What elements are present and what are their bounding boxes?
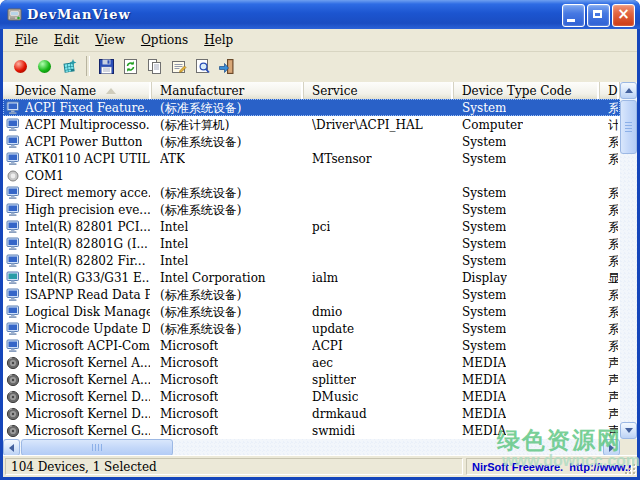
menu-help[interactable]: Help [196, 31, 241, 49]
cell: Intel(R) 82801G (I... [3, 235, 152, 252]
cell: System [454, 133, 600, 150]
menu-edit[interactable]: Edit [46, 31, 87, 49]
cell-text: Microsoft Kernel A... [25, 356, 150, 370]
cell-text: System [462, 203, 506, 217]
column-header-d[interactable]: D [600, 82, 620, 99]
cell-text: drmkaud [312, 407, 367, 421]
arrow-left-icon [9, 444, 14, 452]
table-row[interactable]: Microsoft Kernel D...MicrosoftDMusicMEDI… [3, 388, 620, 405]
cell-text: Microsoft [160, 356, 218, 370]
scroll-right-button[interactable] [603, 439, 620, 456]
title-bar[interactable]: DevManView × [0, 0, 640, 29]
column-header-service[interactable]: Service [304, 82, 454, 99]
table-row[interactable]: Direct memory acce...(标准系统设备)System系 [3, 184, 620, 201]
menu-file[interactable]: File [7, 31, 46, 49]
scroll-up-button[interactable] [620, 82, 637, 99]
cell: 声 [600, 422, 620, 439]
cell-text: Microsoft [160, 407, 218, 421]
menu-view[interactable]: View [87, 31, 133, 49]
table-row[interactable]: ACPI Fixed Feature...(标准系统设备)System系 [3, 99, 620, 116]
column-header-device-name[interactable]: Device Name [3, 82, 152, 99]
find-button[interactable] [191, 55, 214, 78]
disable-device-button[interactable] [9, 55, 32, 78]
table-row[interactable]: ATK0110 ACPI UTILITYATKMTsensorSystem系 [3, 150, 620, 167]
scroll-down-button[interactable] [620, 422, 637, 439]
save-button[interactable] [95, 55, 118, 78]
scrollbar-corner [620, 439, 637, 456]
cell-text: Intel [160, 237, 188, 251]
window-title: DevManView [27, 7, 131, 22]
column-header-device-type-code[interactable]: Device Type Code [454, 82, 600, 99]
cell: ATK0110 ACPI UTILITY [3, 150, 152, 167]
enable-device-button[interactable] [33, 55, 56, 78]
table-row[interactable]: Microsoft Kernel A...MicrosoftsplitterME… [3, 371, 620, 388]
cell-text: Microsoft [160, 424, 218, 438]
cell-text: 系 [608, 151, 618, 168]
column-header-manufacturer[interactable]: Manufacturer [152, 82, 304, 99]
close-button[interactable]: × [612, 4, 635, 27]
cell-text: Intel Corporation [160, 271, 266, 285]
computer-icon [6, 237, 21, 251]
cell-text: ACPI Fixed Feature... [25, 101, 150, 115]
cell-text: ialm [312, 271, 338, 285]
cell-text: System [462, 152, 506, 166]
minimize-button[interactable] [562, 4, 585, 27]
horizontal-scrollbar[interactable] [3, 439, 620, 456]
cell-text: (标准系统设备) [160, 321, 241, 338]
cell-text: System [462, 254, 506, 268]
cell [304, 133, 454, 150]
cell-text: System [462, 305, 506, 319]
table-row[interactable]: Intel(R) G33/G31 E...Intel Corporationia… [3, 269, 620, 286]
table-row[interactable]: Microcode Update D...(标准系统设备)updateSyste… [3, 320, 620, 337]
cell: 系 [600, 184, 620, 201]
table-row[interactable]: Microsoft Kernel A...MicrosoftaecMEDIA声 [3, 354, 620, 371]
table-row[interactable]: Logical Disk Manager(标准系统设备)dmioSystem系 [3, 303, 620, 320]
scroll-left-button[interactable] [3, 439, 20, 456]
table-row[interactable]: ISAPNP Read Data Port(标准系统设备)System系 [3, 286, 620, 303]
table-row[interactable]: ACPI Power Button(标准系统设备)System系 [3, 133, 620, 150]
cell-text: System [462, 322, 506, 336]
cell-text: 系 [608, 219, 618, 236]
status-nirsoft-link[interactable]: NirSoft Freeware. http://www.nirsoft.net [466, 458, 632, 475]
column-header-label: Device Type Code [462, 84, 572, 98]
cell: System [454, 150, 600, 167]
exit-door-icon [218, 58, 235, 75]
cell: ialm [304, 269, 454, 286]
table-row[interactable]: Intel(R) 82801 PCI...IntelpciSystem系 [3, 218, 620, 235]
resize-grip[interactable] [623, 462, 636, 475]
table-row[interactable]: Microsoft ACPI-Com...MicrosoftACPISystem… [3, 337, 620, 354]
table-row[interactable]: ACPI Multiprocesso...(标准计算机)\Driver\ACPI… [3, 116, 620, 133]
exit-button[interactable] [215, 55, 238, 78]
cell: ISAPNP Read Data Port [3, 286, 152, 303]
table-row[interactable]: Intel(R) 82802 Fir...IntelSystem系 [3, 252, 620, 269]
vertical-scrollbar[interactable] [620, 82, 637, 439]
cell-text: DMusic [312, 390, 358, 404]
toolbar [3, 52, 637, 80]
computer-icon [6, 254, 21, 268]
table-row[interactable]: High precision eve...(标准系统设备)System系 [3, 201, 620, 218]
table-row[interactable]: Intel(R) 82801G (I...IntelSystem系 [3, 235, 620, 252]
cell-text: swmidi [312, 424, 355, 438]
maximize-button[interactable] [587, 4, 610, 27]
cell-text: Intel(R) G33/G31 E... [25, 271, 150, 285]
cell: Microsoft Kernel G... [3, 422, 152, 439]
copy-button[interactable] [143, 55, 166, 78]
computer-icon [6, 135, 21, 149]
cell-text: (标准系统设备) [160, 287, 241, 304]
cell-text: Microsoft [160, 339, 218, 353]
cell: Microsoft Kernel D... [3, 405, 152, 422]
cell: ACPI Fixed Feature... [3, 99, 152, 116]
table-row[interactable]: Microsoft Kernel D...MicrosoftdrmkaudMED… [3, 405, 620, 422]
vertical-scroll-thumb[interactable] [620, 100, 637, 154]
table-row[interactable]: Microsoft Kernel G...MicrosoftswmidiMEDI… [3, 422, 620, 439]
horizontal-scroll-thumb[interactable] [21, 439, 173, 456]
table-row[interactable]: COM1 [3, 167, 620, 184]
cell: 声 [600, 354, 620, 371]
cell-text: 声 [608, 355, 618, 372]
device-properties-button[interactable] [57, 55, 80, 78]
cell: (标准系统设备) [152, 320, 304, 337]
menu-options[interactable]: Options [133, 31, 196, 49]
cell-text: (标准系统设备) [160, 100, 241, 117]
properties-button[interactable] [167, 55, 190, 78]
refresh-button[interactable] [119, 55, 142, 78]
